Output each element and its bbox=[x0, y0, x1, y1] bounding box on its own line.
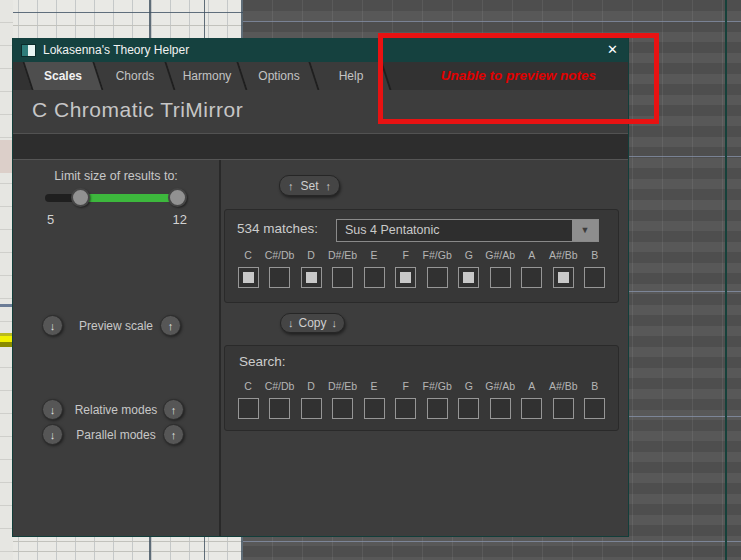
note-checkbox-E[interactable] bbox=[364, 398, 385, 419]
note-checkbox-A#/Bb[interactable] bbox=[553, 398, 574, 419]
note-column: D#/Eb bbox=[328, 380, 358, 419]
tab-chords[interactable]: Chords bbox=[99, 62, 171, 90]
note-checkbox-D[interactable] bbox=[301, 267, 322, 288]
parallel-modes-label: Parallel modes bbox=[68, 428, 164, 442]
tab-label: Chords bbox=[116, 69, 155, 83]
note-checkbox-F[interactable] bbox=[395, 267, 416, 288]
note-checkbox-A[interactable] bbox=[521, 398, 542, 419]
scale-title: C Chromatic TriMirror bbox=[32, 98, 243, 122]
note-checkbox-F#/Gb[interactable] bbox=[427, 398, 448, 419]
note-checkbox-G#/Ab[interactable] bbox=[490, 267, 511, 288]
note-checkbox-E[interactable] bbox=[364, 267, 385, 288]
note-label: E bbox=[371, 249, 378, 262]
note-checkbox-C[interactable] bbox=[238, 267, 259, 288]
note-label: G bbox=[465, 380, 473, 393]
note-checkbox-G[interactable] bbox=[458, 398, 479, 419]
note-label: A bbox=[528, 249, 535, 262]
note-column: F#/Gb bbox=[422, 249, 452, 288]
note-label: D#/Eb bbox=[328, 380, 357, 393]
note-column: E bbox=[359, 249, 389, 288]
up-arrow-icon: ↑ bbox=[288, 180, 294, 192]
note-label: C#/Db bbox=[265, 380, 295, 393]
note-label: F bbox=[402, 249, 408, 262]
note-checkbox-D[interactable] bbox=[301, 398, 322, 419]
grid-line bbox=[0, 541, 243, 542]
note-column: C bbox=[233, 249, 263, 288]
preview-scale-up-button[interactable]: ↑ bbox=[160, 315, 181, 336]
note-checkbox-G#/Ab[interactable] bbox=[490, 398, 511, 419]
note-checkbox-F[interactable] bbox=[395, 398, 416, 419]
note-checkbox-D#/Eb[interactable] bbox=[332, 267, 353, 288]
note-checkbox-C#/Db[interactable] bbox=[269, 267, 290, 288]
down-arrow-icon: ↓ bbox=[50, 320, 56, 332]
note-checkbox-G[interactable] bbox=[458, 267, 479, 288]
note-label: C bbox=[244, 249, 252, 262]
down-arrow-icon: ↓ bbox=[332, 317, 338, 329]
grid-line bbox=[0, 12, 243, 13]
up-arrow-icon: ↑ bbox=[171, 429, 177, 441]
app-icon bbox=[21, 44, 36, 57]
note-column: G#/Ab bbox=[485, 380, 515, 419]
note-checkbox-A#/Bb[interactable] bbox=[553, 267, 574, 288]
screen: Lokasenna's Theory Helper ✕ ScalesChords… bbox=[0, 0, 741, 560]
parallel-modes-up-button[interactable]: ↑ bbox=[163, 424, 184, 445]
note-column: A#/Bb bbox=[548, 249, 578, 288]
grid-marker-line bbox=[725, 0, 727, 560]
note-checkbox-F#/Gb[interactable] bbox=[427, 267, 448, 288]
note-checkbox-C#/Db[interactable] bbox=[269, 398, 290, 419]
note-label: G#/Ab bbox=[485, 380, 515, 393]
tab-label: Help bbox=[339, 69, 364, 83]
size-slider-fill bbox=[80, 194, 177, 202]
matches-panel: 534 matches: Sus 4 Pentatonic ▼ CC#/DbDD… bbox=[224, 209, 619, 303]
note-label: D bbox=[307, 249, 315, 262]
octave-line bbox=[243, 21, 741, 22]
slider-handle-max[interactable] bbox=[168, 188, 187, 207]
tab-scales[interactable]: Scales bbox=[27, 62, 99, 90]
note-checkbox-C[interactable] bbox=[238, 398, 259, 419]
relative-modes-up-button[interactable]: ↑ bbox=[163, 399, 184, 420]
note-label: F#/Gb bbox=[423, 380, 452, 393]
panel-divider bbox=[219, 160, 221, 536]
note-column: F#/Gb bbox=[422, 380, 452, 419]
copy-button[interactable]: ↓ Copy ↓ bbox=[280, 313, 345, 333]
note-column: C#/Db bbox=[265, 249, 295, 288]
set-button[interactable]: ↑ Set ↑ bbox=[279, 175, 340, 196]
note-column: G bbox=[454, 249, 484, 288]
scale-dropdown[interactable]: Sus 4 Pentatonic ▼ bbox=[336, 219, 599, 242]
note-checkbox-B[interactable] bbox=[584, 398, 605, 419]
copy-button-label: Copy bbox=[298, 316, 326, 330]
note-column: C bbox=[233, 380, 263, 419]
parallel-modes-down-button[interactable]: ↓ bbox=[42, 424, 63, 445]
note-column: D bbox=[296, 249, 326, 288]
note-checkbox-B[interactable] bbox=[584, 267, 605, 288]
note-checkbox-D#/Eb[interactable] bbox=[332, 398, 353, 419]
note-column: A#/Bb bbox=[548, 380, 578, 419]
note-column: F bbox=[391, 249, 421, 288]
tab-options[interactable]: Options bbox=[243, 62, 315, 90]
note-label: F#/Gb bbox=[423, 249, 452, 262]
note-label: C#/Db bbox=[265, 249, 295, 262]
window-title: Lokasenna's Theory Helper bbox=[43, 43, 189, 57]
down-arrow-icon: ↓ bbox=[50, 404, 56, 416]
tab-help[interactable]: Help bbox=[315, 62, 387, 90]
matches-count-label: 534 matches: bbox=[237, 221, 318, 236]
note-label: G#/Ab bbox=[485, 249, 515, 262]
octave-line bbox=[243, 541, 741, 542]
down-arrow-icon: ↓ bbox=[50, 429, 56, 441]
note-label: A#/Bb bbox=[549, 249, 578, 262]
preview-scale-down-button[interactable]: ↓ bbox=[42, 315, 63, 336]
note-label: E bbox=[371, 380, 378, 393]
annotation-red-box: Unable to preview notes bbox=[378, 33, 659, 124]
chevron-down-icon[interactable]: ▼ bbox=[572, 220, 598, 241]
note-label: D#/Eb bbox=[328, 249, 357, 262]
note-label: A#/Bb bbox=[549, 380, 578, 393]
grid-line bbox=[0, 551, 243, 552]
down-arrow-icon: ↓ bbox=[288, 317, 294, 329]
note-column: G#/Ab bbox=[485, 249, 515, 288]
note-checkbox-A[interactable] bbox=[521, 267, 542, 288]
relative-modes-down-button[interactable]: ↓ bbox=[42, 399, 63, 420]
search-panel: Search: CC#/DbDD#/EbEFF#/GbGG#/AbAA#/BbB bbox=[224, 345, 619, 431]
note-column: C#/Db bbox=[265, 380, 295, 419]
tab-harmony[interactable]: Harmony bbox=[171, 62, 243, 90]
slider-handle-min[interactable] bbox=[71, 188, 90, 207]
